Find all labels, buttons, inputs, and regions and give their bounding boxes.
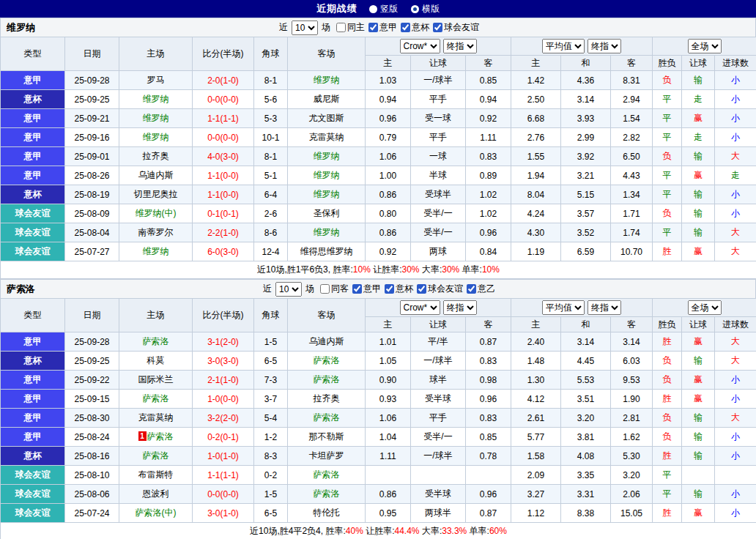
avg-header-group: 平均值终指 (511, 299, 653, 317)
home-team-name: 罗马 (147, 75, 165, 85)
result-goals: 小 (715, 371, 756, 390)
avg-home: 2.76 (511, 128, 561, 147)
recent-count-select[interactable]: 10 (275, 282, 302, 297)
match-row: 意杯25-09-25科莫3-0(3-0)6-5萨索洛1.05一/球半0.831.… (1, 352, 756, 371)
result-outcome: 平 (653, 223, 682, 242)
col-header-result-goals: 进球数 (715, 56, 756, 71)
match-row: 球会友谊25-07-24萨索洛(中)3-0(1-0)6-5特伦托0.95两球半0… (1, 504, 756, 523)
league-checkbox[interactable] (467, 284, 476, 294)
avg-away: 1.74 (611, 223, 653, 242)
league-checkbox[interactable] (433, 23, 442, 32)
bookmaker-select[interactable]: Crow* (400, 39, 440, 53)
avg-select[interactable]: 平均值 (542, 300, 585, 315)
match-score: 1-0(1-0) (193, 447, 254, 466)
match-row: 球会友谊25-08-09维罗纳(中)0-1(0-1)2-6圣保利0.80受半/一… (1, 204, 756, 223)
summary-part: 40% (346, 526, 363, 536)
summary-part: 近10场,胜1平6负3, (257, 264, 333, 275)
filter-checkbox-同主[interactable]: 同主 (336, 21, 365, 34)
match-score: 0-2(0-1) (193, 428, 254, 447)
filter-checkbox-意乙[interactable]: 意乙 (467, 283, 495, 295)
league-checkbox[interactable] (336, 23, 346, 32)
avg-home: 1.94 (511, 166, 561, 185)
league-checkbox[interactable] (320, 284, 330, 294)
corner-score: 8-1 (254, 71, 288, 90)
corner-score: 3-7 (254, 390, 288, 409)
away-team: 拉齐奥 (288, 390, 366, 409)
radio-icon[interactable] (411, 5, 419, 13)
odds-away: 1.02 (466, 185, 511, 204)
corner-score: 6-4 (254, 185, 288, 204)
league-checkbox[interactable] (368, 23, 378, 32)
away-team: 卡坦萨罗 (288, 447, 366, 466)
filter-checkbox-球会友谊[interactable]: 球会友谊 (417, 283, 463, 295)
topbar: 近期战绩 竖版横版 (0, 0, 756, 18)
match-date: 25-08-30 (65, 409, 119, 428)
match-score: 6-0(3-0) (193, 242, 254, 261)
corner-score: 1-5 (254, 485, 288, 504)
odds-away: 0.85 (466, 71, 511, 90)
page-title: 近期战绩 (316, 2, 357, 15)
match-score: 0-0(0-0) (193, 90, 254, 109)
match-date: 25-08-16 (65, 447, 119, 466)
result-handicap: 赢 (682, 504, 715, 523)
match-date: 25-08-19 (65, 185, 119, 204)
away-team: 那不勒斯 (288, 428, 366, 447)
corner-score: 5-1 (254, 166, 288, 185)
summary-part: 30% (442, 264, 459, 275)
odds-stage-select[interactable]: 终指 (443, 39, 477, 53)
bookmaker-select[interactable]: Crow* (400, 300, 440, 315)
avg-stage-select[interactable]: 终指 (588, 300, 621, 315)
filter-checkbox-意杯[interactable]: 意杯 (385, 283, 413, 295)
avg-home: 3.27 (511, 485, 561, 504)
avg-home: 4.12 (511, 390, 561, 409)
odds-away: 0.83 (466, 352, 511, 371)
col-header-result-goals: 进球数 (715, 317, 756, 332)
avg-select[interactable]: 平均值 (542, 39, 585, 53)
match-row: 球会友谊25-08-10布雷斯特1-1(1-1)0-2萨索洛2.093.353.… (1, 466, 756, 485)
match-score: 3-0(1-0) (193, 504, 254, 523)
league-checkbox[interactable] (417, 284, 426, 294)
avg-away: 2.81 (611, 409, 653, 428)
avg-stage-select[interactable]: 终指 (588, 39, 621, 53)
league-checkbox[interactable] (401, 23, 410, 32)
home-team-name: 萨索洛 (143, 450, 169, 461)
home-team-name: 维罗纳 (143, 132, 169, 142)
filter-checkbox-意杯[interactable]: 意杯 (401, 21, 429, 34)
col-header-result-outcome: 胜负 (653, 317, 682, 332)
league-type-badge: 意杯 (1, 185, 65, 204)
view-radio-vertical[interactable]: 竖版 (369, 3, 398, 15)
league-type-badge: 意甲 (1, 332, 65, 352)
match-date: 25-09-15 (65, 390, 119, 409)
odds-away: 1.11 (466, 128, 511, 147)
checkbox-label: 同主 (347, 21, 365, 34)
result-header-group: 全场 (653, 37, 756, 56)
checkbox-label: 意杯 (396, 283, 413, 295)
filter-checkbox-意甲[interactable]: 意甲 (368, 21, 397, 34)
result-outcome: 胜 (653, 390, 682, 409)
league-type-badge: 意甲 (1, 390, 65, 409)
scope-select[interactable]: 全场 (688, 39, 722, 53)
recent-count-select[interactable]: 10 (292, 21, 318, 35)
league-checkbox[interactable] (385, 284, 394, 294)
result-outcome: 平 (653, 166, 682, 185)
filter-checkbox-球会友谊[interactable]: 球会友谊 (433, 21, 479, 34)
away-team: 萨索洛 (288, 466, 366, 485)
result-handicap: 走 (682, 90, 715, 109)
scope-select[interactable]: 全场 (688, 300, 722, 315)
avg-home: 2.61 (511, 409, 561, 428)
view-radio-horizontal[interactable]: 横版 (411, 3, 440, 15)
filter-checkbox-同客[interactable]: 同客 (320, 283, 349, 295)
radio-icon[interactable] (369, 5, 377, 13)
league-checkbox[interactable] (352, 284, 362, 294)
away-team: 乌迪内斯 (288, 332, 366, 352)
odds-away: 0.85 (466, 428, 511, 447)
filter-checkbox-意甲[interactable]: 意甲 (352, 283, 381, 295)
odds-handicap: 球半 (411, 371, 466, 390)
checkbox-label: 球会友谊 (444, 21, 479, 34)
odds-home: 1.00 (366, 166, 411, 185)
odds-stage-select[interactable]: 终指 (443, 300, 477, 315)
avg-away: 1.71 (611, 204, 653, 223)
result-goals: 大 (715, 332, 756, 352)
col-header-corner: 角球 (254, 37, 288, 71)
odds-away: 0.94 (466, 90, 511, 109)
